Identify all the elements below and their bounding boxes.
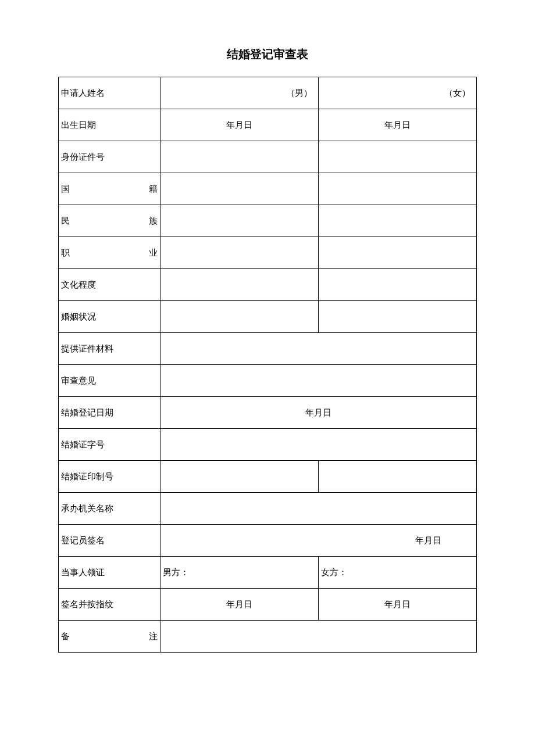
label-documents: 提供证件材料 xyxy=(59,333,160,365)
cell-male-nationality xyxy=(160,173,319,205)
cell-registrar-signature: 年月日 xyxy=(160,525,477,557)
label-print-number: 结婚证印制号 xyxy=(59,461,160,493)
cell-female-id xyxy=(319,141,477,173)
cell-male-marital xyxy=(160,301,319,333)
row-birth-date: 出生日期 年月日 年月日 xyxy=(59,109,477,141)
label-registration-date: 结婚登记日期 xyxy=(59,397,160,429)
label-marital-status: 婚姻状况 xyxy=(59,301,160,333)
label-id-number: 身份证件号 xyxy=(59,141,160,173)
row-marital-status: 婚姻状况 xyxy=(59,301,477,333)
label-ethnicity: 民 族 xyxy=(59,205,160,237)
page-title: 结婚登记审查表 xyxy=(58,46,477,62)
label-agency-name: 承办机关名称 xyxy=(59,493,160,525)
cell-female-party: 女方： xyxy=(319,557,477,589)
cell-male-occupation xyxy=(160,237,319,269)
label-nationality: 国 籍 xyxy=(59,173,160,205)
cell-review-opinion xyxy=(160,365,477,397)
label-applicant-name: 申请人姓名 xyxy=(59,77,160,109)
row-documents: 提供证件材料 xyxy=(59,333,477,365)
label-remarks: 备 注 xyxy=(59,621,160,653)
label-birth-date: 出生日期 xyxy=(59,109,160,141)
cell-male-birth: 年月日 xyxy=(160,109,319,141)
label-education: 文化程度 xyxy=(59,269,160,301)
row-print-number: 结婚证印制号 xyxy=(59,461,477,493)
cell-female-occupation xyxy=(319,237,477,269)
cell-male-education xyxy=(160,269,319,301)
form-table: 申请人姓名 （男） （女） 出生日期 年月日 年月日 身份证件号 国 籍 民 族… xyxy=(58,77,477,653)
row-party-receipt: 当事人领证 男方： 女方： xyxy=(59,557,477,589)
cell-remarks xyxy=(160,621,477,653)
row-remarks: 备 注 xyxy=(59,621,477,653)
cell-female-education xyxy=(319,269,477,301)
label-registrar-signature: 登记员签名 xyxy=(59,525,160,557)
cell-male-sign-date: 年月日 xyxy=(160,589,319,621)
row-id-number: 身份证件号 xyxy=(59,141,477,173)
label-party-receipt: 当事人领证 xyxy=(59,557,160,589)
row-registration-date: 结婚登记日期 年月日 xyxy=(59,397,477,429)
label-signature-fingerprint: 签名并按指纹 xyxy=(59,589,160,621)
cell-agency-name xyxy=(160,493,477,525)
cell-registration-date: 年月日 xyxy=(160,397,477,429)
cell-male-ethnicity xyxy=(160,205,319,237)
cell-female-name: （女） xyxy=(319,77,477,109)
cell-female-nationality xyxy=(319,173,477,205)
row-signature-fingerprint: 签名并按指纹 年月日 年月日 xyxy=(59,589,477,621)
row-nationality: 国 籍 xyxy=(59,173,477,205)
cell-female-ethnicity xyxy=(319,205,477,237)
cell-certificate-number xyxy=(160,429,477,461)
label-certificate-number: 结婚证字号 xyxy=(59,429,160,461)
cell-male-print-number xyxy=(160,461,319,493)
row-certificate-number: 结婚证字号 xyxy=(59,429,477,461)
cell-female-print-number xyxy=(319,461,477,493)
cell-female-birth: 年月日 xyxy=(319,109,477,141)
row-education: 文化程度 xyxy=(59,269,477,301)
cell-female-marital xyxy=(319,301,477,333)
row-applicant-name: 申请人姓名 （男） （女） xyxy=(59,77,477,109)
cell-male-name: （男） xyxy=(160,77,319,109)
row-registrar-signature: 登记员签名 年月日 xyxy=(59,525,477,557)
label-occupation: 职 业 xyxy=(59,237,160,269)
label-review-opinion: 审查意见 xyxy=(59,365,160,397)
row-ethnicity: 民 族 xyxy=(59,205,477,237)
row-occupation: 职 业 xyxy=(59,237,477,269)
row-review-opinion: 审查意见 xyxy=(59,365,477,397)
row-agency-name: 承办机关名称 xyxy=(59,493,477,525)
cell-female-sign-date: 年月日 xyxy=(319,589,477,621)
cell-documents xyxy=(160,333,477,365)
cell-male-id xyxy=(160,141,319,173)
cell-male-party: 男方： xyxy=(160,557,319,589)
